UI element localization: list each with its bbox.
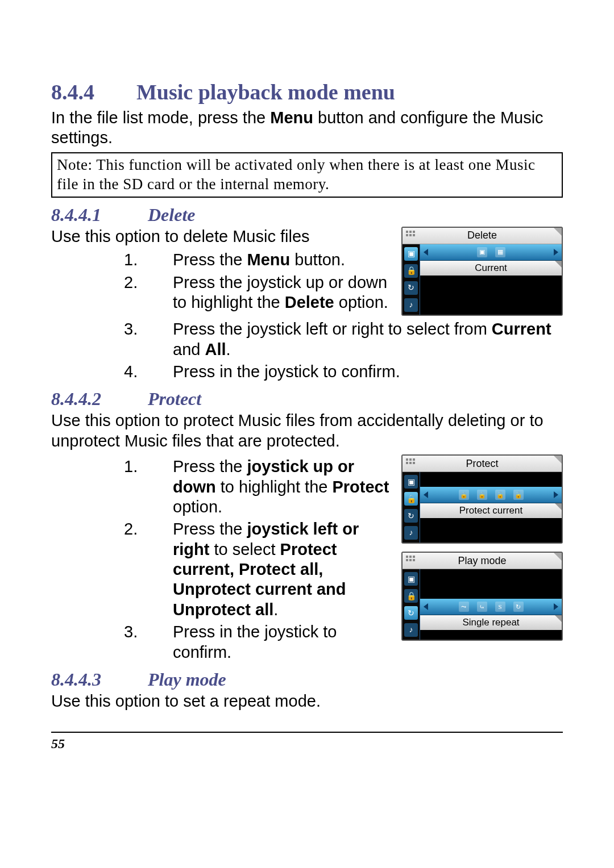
text: option.: [334, 293, 388, 311]
value-text: Protect current: [459, 505, 523, 516]
sidebar-icon-playmode: ↻: [404, 281, 418, 295]
subsection-intro: Use this option to delete Music files: [51, 227, 391, 247]
subsection-title: Protect: [148, 389, 201, 409]
option-chip: 🔒: [477, 490, 487, 500]
page-fold-icon: [554, 456, 562, 464]
subsection-number: 8.4.4.1: [51, 205, 148, 226]
subsection-number: 8.4.4.3: [51, 669, 148, 690]
text: Press the joystick left or right to sele…: [173, 320, 492, 338]
text: button.: [290, 251, 345, 269]
option-chip: 🔓: [495, 490, 505, 500]
sidebar-icon-delete: ▣: [404, 572, 418, 586]
option-chip: ▣: [477, 247, 487, 257]
step: 1. Press the joystick up or down to high…: [124, 457, 391, 517]
sidebar-icon-delete: ▣: [404, 475, 418, 489]
section-title: Music playback mode menu: [136, 80, 395, 104]
steps-list-delete-cont: 3. Press the joystick left or right to s…: [51, 319, 563, 382]
sidebar-icon-playmode: ↻: [404, 606, 418, 620]
bold-text: Menu: [247, 251, 291, 269]
step: 2. Press the joystick up or down to high…: [124, 273, 391, 313]
left-arrow-icon: [424, 491, 428, 498]
page-fold-icon: [555, 615, 562, 622]
subsection-intro: Use this option to set a repeat mode.: [51, 691, 391, 711]
sidebar-icon-eq: ♪: [404, 526, 418, 540]
sidebar-icon-protect: 🔒: [404, 589, 418, 603]
text: to select: [209, 540, 280, 558]
left-arrow-icon: [424, 249, 428, 256]
steps-list-protect: 1. Press the joystick up or down to high…: [51, 457, 391, 662]
option-chip: S: [495, 602, 505, 612]
intro-paragraph: In the file list mode, press the Menu bu…: [51, 108, 563, 148]
sidebar-icon-protect: 🔒: [404, 492, 418, 506]
section-heading: 8.4.4Music playback mode menu: [51, 80, 563, 106]
step: 2. Press the joystick left or right to s…: [124, 519, 391, 620]
step-number: 1.: [124, 250, 138, 270]
subsection-heading-playmode: 8.4.4.3Play mode: [51, 669, 391, 690]
screenshot-titlebar: Delete: [403, 228, 562, 244]
value-bar: Current: [420, 261, 562, 276]
menu-grid-icon: [406, 556, 416, 565]
menu-grid-icon: [406, 231, 416, 240]
step-number: 3.: [124, 319, 138, 339]
page-fold-icon: [555, 503, 562, 510]
screenshot-title: Delete: [467, 229, 497, 241]
right-arrow-icon: [554, 491, 558, 498]
footer-rule: [51, 732, 563, 733]
subsection-heading-protect: 8.4.4.2Protect: [51, 389, 563, 410]
note-text: Note: This function will be activated on…: [57, 156, 536, 193]
screenshot-playmode: Play mode ▣ 🔒 ↻ ♪: [401, 552, 563, 641]
page-fold-icon: [554, 228, 562, 236]
subsection-number: 8.4.4.2: [51, 389, 148, 410]
step-number: 1.: [124, 457, 138, 477]
value-text: Current: [475, 262, 507, 274]
subsection-heading-delete: 8.4.4.1Delete: [51, 205, 563, 226]
sidebar-icon-eq: ♪: [404, 623, 418, 637]
page-fold-icon: [554, 553, 562, 561]
subsection-intro: Use this option to protect Music files f…: [51, 411, 563, 451]
screenshot-sidebar: ▣ 🔒 ↻ ♪: [403, 569, 420, 640]
screenshot-sidebar: ▣ 🔒 ↻ ♪: [403, 472, 420, 542]
screenshot-titlebar: Protect: [403, 456, 562, 472]
sidebar-icon-protect: 🔒: [404, 264, 418, 278]
text: Press in the joystick to confirm.: [173, 362, 400, 381]
screenshot-titlebar: Play mode: [403, 553, 562, 569]
option-bar: 🔒 🔒 🔓 🔓: [420, 487, 562, 503]
value-bar: Single repeat: [420, 615, 562, 630]
option-chip: ⤳: [459, 602, 469, 612]
bold-text: Protect: [332, 478, 389, 496]
bold-text: All: [205, 340, 226, 358]
step: 4. Press in the joystick to confirm.: [124, 362, 563, 382]
sidebar-icon-playmode: ↻: [404, 509, 418, 523]
step-number: 4.: [124, 362, 138, 382]
screenshot-title: Protect: [466, 458, 498, 470]
text: Press in the joystick to confirm.: [173, 623, 337, 661]
step-number: 2.: [124, 273, 138, 293]
step: 1. Press the Menu button.: [124, 250, 391, 270]
option-bar: ▣▦: [420, 244, 562, 261]
page-fold-icon: [555, 261, 562, 268]
step-number: 3.: [124, 622, 138, 642]
menu-grid-icon: [406, 458, 416, 468]
step: 3. Press in the joystick to confirm.: [124, 622, 391, 662]
sidebar-icon-eq: ♪: [404, 298, 418, 312]
note-box: Note: This function will be activated on…: [51, 152, 563, 198]
screenshot-protect: Protect ▣ 🔒 ↻ ♪ �: [401, 454, 563, 544]
option-chip: ▦: [495, 247, 505, 257]
screenshot-delete: Delete ▣ 🔒 ↻ ♪ ▣▦: [401, 227, 563, 316]
page-number: 55: [51, 736, 563, 752]
steps-list-delete: 1. Press the Menu button. 2. Press the j…: [51, 250, 391, 312]
right-arrow-icon: [554, 603, 558, 610]
bold-text: Current: [492, 320, 551, 338]
text: Press the: [173, 251, 247, 269]
option-bar: ⤳ ⤿ S ↻: [420, 599, 562, 615]
text: .: [226, 340, 231, 358]
step-number: 2.: [124, 519, 138, 539]
text: option.: [173, 498, 222, 516]
screenshot-sidebar: ▣ 🔒 ↻ ♪: [403, 244, 420, 315]
option-chip: 🔓: [513, 490, 524, 500]
left-arrow-icon: [424, 603, 428, 610]
option-chip: ↻: [513, 602, 524, 612]
subsection-title: Delete: [148, 205, 196, 225]
section-number: 8.4.4: [51, 80, 136, 106]
value-bar: Protect current: [420, 503, 562, 518]
